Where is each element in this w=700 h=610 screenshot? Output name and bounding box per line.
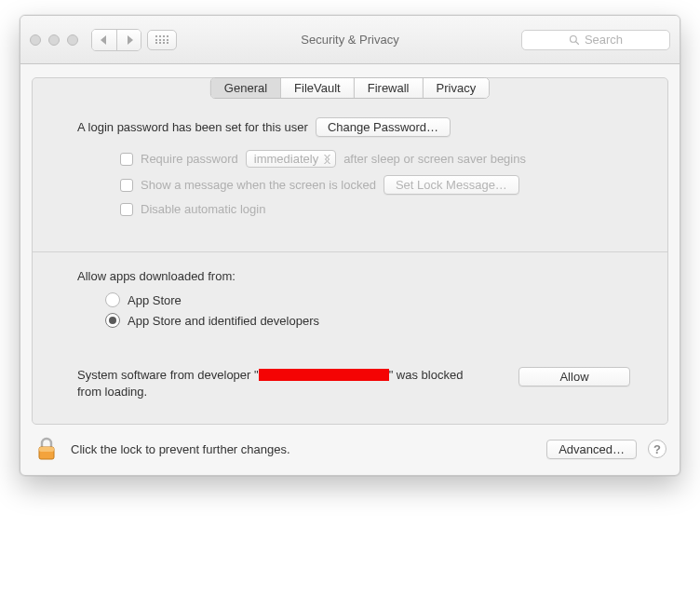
svg-marker-0 — [101, 35, 106, 45]
tab-filevault[interactable]: FileVault — [280, 78, 354, 98]
tab-privacy[interactable]: Privacy — [423, 78, 490, 98]
traffic-lights — [30, 34, 78, 46]
toolbar: Security & Privacy Search — [20, 16, 680, 64]
require-password-label: Require password — [141, 152, 238, 166]
require-password-checkbox[interactable] — [120, 153, 133, 166]
minimize-window-icon[interactable] — [48, 34, 60, 46]
redacted-developer-name — [259, 369, 389, 381]
blocked-software-text: System software from developer "" was bl… — [77, 367, 487, 400]
allow-button[interactable]: Allow — [518, 367, 630, 386]
radio-identified-developers[interactable] — [105, 313, 120, 328]
login-section: A login password has been set for this u… — [33, 106, 667, 240]
svg-point-2 — [570, 35, 576, 42]
require-password-suffix: after sleep or screen saver begins — [343, 152, 526, 166]
close-window-icon[interactable] — [30, 34, 41, 46]
set-lock-message-button[interactable]: Set Lock Message… — [384, 175, 519, 195]
search-icon — [569, 34, 580, 46]
radio-app-store[interactable] — [105, 292, 120, 307]
search-field[interactable]: Search — [521, 30, 670, 50]
forward-button[interactable] — [116, 30, 141, 50]
radio-identified-label: App Store and identified developers — [128, 314, 319, 328]
svg-marker-1 — [128, 35, 133, 45]
show-message-checkbox[interactable] — [120, 179, 133, 192]
prefs-window: Security & Privacy Search General FileVa… — [20, 15, 680, 476]
require-delay-select[interactable]: immediately — [246, 150, 336, 168]
change-password-button[interactable]: Change Password… — [316, 117, 451, 137]
search-placeholder: Search — [585, 33, 623, 47]
lock-text: Click the lock to prevent further change… — [71, 442, 290, 456]
advanced-button[interactable]: Advanced… — [546, 440, 637, 459]
footer: Click the lock to prevent further change… — [20, 425, 680, 475]
help-button[interactable]: ? — [648, 440, 666, 458]
disable-auto-login-label: Disable automatic login — [141, 202, 265, 216]
zoom-window-icon[interactable] — [67, 34, 78, 46]
tab-general[interactable]: General — [211, 78, 280, 98]
download-section: Allow apps downloaded from: App Store Ap… — [33, 252, 667, 341]
lock-icon[interactable] — [34, 436, 60, 462]
main-panel: General FileVault Firewall Privacy A log… — [32, 77, 668, 425]
tab-firewall[interactable]: Firewall — [354, 78, 423, 98]
download-header: Allow apps downloaded from: — [77, 269, 630, 283]
login-status-text: A login password has been set for this u… — [77, 120, 308, 134]
svg-rect-5 — [39, 447, 54, 452]
disable-auto-login-checkbox[interactable] — [120, 203, 133, 216]
back-button[interactable] — [92, 30, 116, 50]
show-all-prefs-button[interactable] — [147, 30, 177, 50]
show-message-label: Show a message when the screen is locked — [141, 178, 376, 192]
radio-app-store-label: App Store — [128, 293, 182, 307]
grid-icon — [155, 35, 168, 44]
svg-line-3 — [576, 41, 579, 44]
blocked-software-row: System software from developer "" was bl… — [33, 341, 667, 424]
tab-bar: General FileVault Firewall Privacy — [210, 77, 490, 99]
nav-buttons — [91, 29, 141, 51]
